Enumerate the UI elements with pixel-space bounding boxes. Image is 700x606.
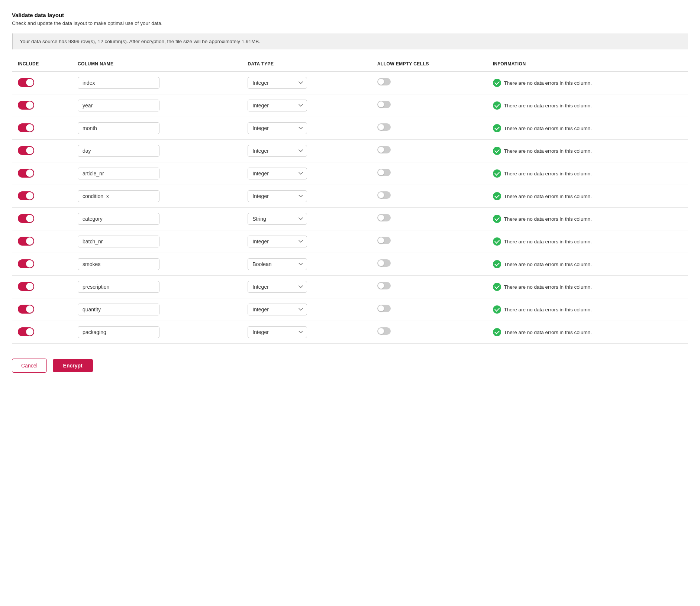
allow-empty-cell bbox=[371, 253, 487, 276]
data-type-select[interactable]: IntegerStringBooleanFloatDateDateTime bbox=[248, 258, 307, 270]
allow-empty-toggle[interactable] bbox=[377, 259, 394, 268]
allow-empty-toggle[interactable] bbox=[377, 305, 394, 314]
allow-empty-toggle[interactable] bbox=[377, 78, 394, 87]
allow-empty-toggle[interactable] bbox=[377, 327, 394, 336]
check-icon bbox=[493, 283, 501, 291]
data-type-select[interactable]: IntegerStringBooleanFloatDateDateTime bbox=[248, 145, 307, 157]
column-name-input[interactable] bbox=[78, 258, 159, 270]
info-text: There are no data errors in this column. bbox=[504, 126, 592, 131]
allow-empty-toggle[interactable] bbox=[377, 237, 394, 246]
table-row: IntegerStringBooleanFloatDateDateTime Th… bbox=[12, 140, 688, 162]
check-icon bbox=[493, 101, 501, 110]
allow-empty-toggle[interactable] bbox=[377, 214, 394, 223]
info-text: There are no data errors in this column. bbox=[504, 239, 592, 244]
allow-empty-cell bbox=[371, 117, 487, 140]
info-text: There are no data errors in this column. bbox=[504, 284, 592, 290]
include-toggle[interactable] bbox=[18, 101, 34, 110]
column-name-cell bbox=[72, 276, 242, 298]
allow-empty-toggle[interactable] bbox=[377, 123, 394, 132]
information-cell: There are no data errors in this column. bbox=[487, 71, 688, 94]
data-type-cell: IntegerStringBooleanFloatDateDateTime bbox=[242, 117, 371, 140]
include-toggle[interactable] bbox=[18, 214, 34, 223]
include-toggle[interactable] bbox=[18, 146, 34, 155]
include-toggle[interactable] bbox=[18, 169, 34, 178]
check-icon bbox=[493, 215, 501, 223]
include-toggle[interactable] bbox=[18, 78, 34, 87]
data-type-select[interactable]: IntegerStringBooleanFloatDateDateTime bbox=[248, 326, 307, 338]
column-name-input[interactable] bbox=[78, 190, 159, 202]
column-name-input[interactable] bbox=[78, 100, 159, 111]
info-text: There are no data errors in this column. bbox=[504, 103, 592, 108]
include-cell bbox=[12, 117, 72, 140]
data-type-select[interactable]: IntegerStringBooleanFloatDateDateTime bbox=[248, 100, 307, 111]
include-toggle[interactable] bbox=[18, 237, 34, 246]
encrypt-button[interactable]: Encrypt bbox=[53, 359, 93, 372]
include-toggle[interactable] bbox=[18, 123, 34, 132]
data-type-select[interactable]: IntegerStringBooleanFloatDateDateTime bbox=[248, 168, 307, 179]
information-cell: There are no data errors in this column. bbox=[487, 298, 688, 321]
info-text: There are no data errors in this column. bbox=[504, 148, 592, 154]
information-cell: There are no data errors in this column. bbox=[487, 253, 688, 276]
column-name-input[interactable] bbox=[78, 168, 159, 179]
allow-empty-cell bbox=[371, 276, 487, 298]
check-icon bbox=[493, 124, 501, 132]
column-name-input[interactable] bbox=[78, 213, 159, 225]
allow-empty-toggle[interactable] bbox=[377, 169, 394, 178]
table-row: IntegerStringBooleanFloatDateDateTime Th… bbox=[12, 230, 688, 253]
allow-empty-cell bbox=[371, 230, 487, 253]
column-name-cell bbox=[72, 185, 242, 208]
data-type-cell: IntegerStringBooleanFloatDateDateTime bbox=[242, 253, 371, 276]
check-icon bbox=[493, 169, 501, 178]
check-icon bbox=[493, 192, 501, 200]
include-toggle[interactable] bbox=[18, 305, 34, 314]
allow-empty-toggle[interactable] bbox=[377, 282, 394, 291]
data-type-select[interactable]: IntegerStringBooleanFloatDateDateTime bbox=[248, 304, 307, 315]
check-icon bbox=[493, 328, 501, 336]
allow-empty-cell bbox=[371, 298, 487, 321]
include-toggle[interactable] bbox=[18, 191, 34, 200]
table-row: IntegerStringBooleanFloatDateDateTime Th… bbox=[12, 253, 688, 276]
data-type-select[interactable]: IntegerStringBooleanFloatDateDateTime bbox=[248, 281, 307, 293]
column-name-input[interactable] bbox=[78, 122, 159, 134]
data-type-select[interactable]: IntegerStringBooleanFloatDateDateTime bbox=[248, 213, 307, 225]
column-name-input[interactable] bbox=[78, 281, 159, 293]
table-header-row: INCLUDE COLUMN NAME DATA TYPE ALLOW EMPT… bbox=[12, 57, 688, 71]
page-title: Validate data layout bbox=[12, 12, 688, 18]
data-type-cell: IntegerStringBooleanFloatDateDateTime bbox=[242, 94, 371, 117]
check-icon bbox=[493, 237, 501, 246]
col-header-allow-empty: ALLOW EMPTY CELLS bbox=[371, 57, 487, 71]
data-type-cell: IntegerStringBooleanFloatDateDateTime bbox=[242, 185, 371, 208]
column-name-input[interactable] bbox=[78, 326, 159, 338]
information-cell: There are no data errors in this column. bbox=[487, 321, 688, 344]
table-row: IntegerStringBooleanFloatDateDateTime Th… bbox=[12, 94, 688, 117]
column-name-input[interactable] bbox=[78, 304, 159, 315]
column-name-input[interactable] bbox=[78, 236, 159, 247]
data-type-select[interactable]: IntegerStringBooleanFloatDateDateTime bbox=[248, 190, 307, 202]
allow-empty-cell bbox=[371, 321, 487, 344]
information-cell: There are no data errors in this column. bbox=[487, 117, 688, 140]
allow-empty-cell bbox=[371, 71, 487, 94]
include-toggle[interactable] bbox=[18, 259, 34, 268]
column-name-cell bbox=[72, 321, 242, 344]
include-cell bbox=[12, 140, 72, 162]
include-toggle[interactable] bbox=[18, 282, 34, 291]
info-text: There are no data errors in this column. bbox=[504, 262, 592, 267]
allow-empty-toggle[interactable] bbox=[377, 146, 394, 155]
data-type-select[interactable]: IntegerStringBooleanFloatDateDateTime bbox=[248, 122, 307, 134]
information-cell: There are no data errors in this column. bbox=[487, 276, 688, 298]
information-cell: There are no data errors in this column. bbox=[487, 94, 688, 117]
info-text: There are no data errors in this column. bbox=[504, 80, 592, 86]
allow-empty-toggle[interactable] bbox=[377, 101, 394, 110]
table-row: IntegerStringBooleanFloatDateDateTime Th… bbox=[12, 276, 688, 298]
cancel-button[interactable]: Cancel bbox=[12, 359, 47, 373]
information-cell: There are no data errors in this column. bbox=[487, 185, 688, 208]
data-type-select[interactable]: IntegerStringBooleanFloatDateDateTime bbox=[248, 236, 307, 247]
page-container: Validate data layout Check and update th… bbox=[0, 0, 700, 606]
column-name-input[interactable] bbox=[78, 145, 159, 157]
footer: Cancel Encrypt bbox=[12, 359, 688, 373]
include-toggle[interactable] bbox=[18, 327, 34, 336]
allow-empty-toggle[interactable] bbox=[377, 191, 394, 200]
column-name-input[interactable] bbox=[78, 77, 159, 89]
information-cell: There are no data errors in this column. bbox=[487, 230, 688, 253]
data-type-select[interactable]: IntegerStringBooleanFloatDateDateTime bbox=[248, 77, 307, 89]
